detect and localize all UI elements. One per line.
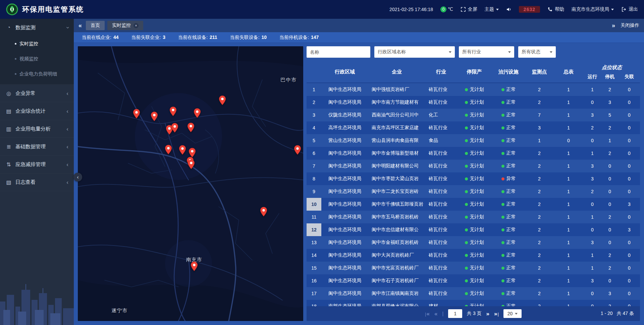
- table-row[interactable]: 3仪陇生态环境局西南油气田分公司川中化工无计划正常71350: [307, 109, 640, 121]
- row-limit-status: 无计划: [457, 83, 492, 96]
- tabs-scroll-left-button[interactable]: «: [78, 22, 82, 29]
- row-index: 5: [307, 134, 321, 147]
- map-pin-icon[interactable]: [151, 111, 158, 121]
- tab-item-1[interactable]: 实时监控×: [107, 21, 143, 30]
- name-filter-input[interactable]: [307, 46, 370, 58]
- sidebar-item-0-1[interactable]: 视频监控: [0, 51, 74, 66]
- table-row[interactable]: 6阆中生态环境局阆中市金博瑞新型墙材砖瓦行业无计划正常21120: [307, 147, 640, 160]
- map-pin-icon[interactable]: [165, 145, 172, 155]
- table-row[interactable]: 13阆中生态环境局阆中市金福旺页岩机砖砖瓦行业无计划正常21300: [307, 236, 640, 249]
- map-pin-icon[interactable]: [194, 108, 201, 118]
- row-monitor-points: 2: [525, 249, 553, 262]
- table-row[interactable]: 18南部生态环境局南部县双峰水泥有限公建材无计划正常21020: [307, 300, 640, 306]
- pagination-page-input[interactable]: 1: [448, 309, 462, 318]
- chevron-left-icon: ‹: [66, 108, 68, 114]
- table-row[interactable]: 15阆中生态环境局阆中市光富页岩机砖厂砖瓦行业无计划正常21120: [307, 262, 640, 274]
- map-pin-icon[interactable]: [187, 159, 195, 169]
- table-row[interactable]: 9阆中生态环境局阆中市二龙长宝页岩砖砖瓦行业无计划正常21200: [307, 185, 640, 198]
- pagination-prev-button[interactable]: «: [434, 311, 437, 317]
- sidebar-section-header-3[interactable]: ▥企业用电量分析‹: [0, 120, 74, 138]
- table-row[interactable]: 8阆中生态环境局阆中市枣碧大梁山页岩砖瓦行业无计划异常21300: [307, 172, 640, 185]
- sidebar-section-header-4[interactable]: ≣基础数据管理‹: [0, 138, 74, 155]
- status-filter-select[interactable]: 所有状态: [518, 46, 556, 58]
- help-label: 帮助: [555, 6, 564, 12]
- stat-value: 147: [311, 35, 319, 41]
- row-total-meter: 1: [553, 262, 584, 274]
- map-pin-icon[interactable]: [179, 145, 186, 155]
- sidebar-item-0-2[interactable]: 企业电力负荷明细: [0, 66, 74, 82]
- table-row[interactable]: 12阆中生态环境局阆中市忠信建材有限公砖瓦行业无计划正常21003: [307, 223, 640, 236]
- sidebar-section-header-5[interactable]: ⇅应急减排管理‹: [0, 156, 74, 173]
- map-pin-icon[interactable]: [260, 207, 267, 217]
- sidebar-section-5: ⇅应急减排管理‹: [0, 156, 74, 173]
- row-stop-count: 2: [601, 262, 619, 274]
- table-row[interactable]: 10阆中生态环境局阆中市千佛镇五郎垭页岩砖瓦行业无计划正常21003: [307, 198, 640, 211]
- pagination-first-button[interactable]: «: [425, 311, 430, 317]
- row-monitor-points: 2: [525, 172, 553, 185]
- row-region: 阆中生态环境局: [321, 160, 368, 172]
- table-row[interactable]: 11阆中生态环境局阆中市五马桥页岩机砖砖瓦行业无计划正常21120: [307, 211, 640, 223]
- map-pin-icon[interactable]: [294, 145, 301, 155]
- close-operations-button[interactable]: 关闭操作: [621, 22, 639, 29]
- row-facility-status: 正常: [492, 223, 525, 236]
- table-row[interactable]: 7阆中生态环境局阆中明阳建材有限公司砖瓦行业无计划正常21300: [307, 160, 640, 172]
- app-logo-icon: [6, 3, 18, 15]
- org-dropdown[interactable]: 南充市生态环境局: [572, 6, 614, 12]
- logout-label: 退出: [629, 6, 638, 12]
- table-row[interactable]: 16阆中生态环境局阆中市石子页岩机砖厂砖瓦行业无计划正常21300: [307, 274, 640, 287]
- row-industry: 砖瓦行业: [425, 211, 457, 223]
- row-industry: 砖瓦行业: [425, 121, 457, 134]
- row-index: 8: [307, 172, 321, 185]
- logout-button[interactable]: 退出: [621, 6, 638, 12]
- row-industry: 砖瓦行业: [425, 274, 457, 287]
- theme-dropdown[interactable]: 主题: [485, 6, 499, 12]
- industry-filter-select[interactable]: 所有行业: [459, 46, 514, 58]
- tab-close-icon[interactable]: ×: [133, 23, 139, 28]
- sidebar-section-header-6[interactable]: ▧日志查看‹: [0, 173, 74, 191]
- chevron-down-icon: [508, 51, 511, 53]
- map-pin-icon[interactable]: [169, 106, 177, 116]
- pagination-next-button[interactable]: »: [486, 311, 489, 317]
- row-run-count: 0: [584, 223, 601, 236]
- table-row[interactable]: 1阆中生态环境局阆中强锐页岩砖厂砖瓦行业无计划正常21120: [307, 83, 640, 96]
- table-row[interactable]: 2阆中生态环境局阆中市南方节能建材有砖瓦行业无计划正常21030: [307, 96, 640, 109]
- row-lost-count: 3: [619, 223, 640, 236]
- sidebar-section-header-1[interactable]: ◎企业异常‹: [0, 85, 74, 102]
- status-filter-value: 所有状态: [522, 49, 540, 55]
- page-size-select[interactable]: 20: [503, 309, 522, 318]
- map-pin-icon[interactable]: [191, 261, 198, 271]
- tab-item-0[interactable]: 首页: [86, 21, 105, 30]
- row-enterprise: 阆中市南方节能建材有: [368, 96, 425, 109]
- map-pin-icon[interactable]: [171, 123, 178, 133]
- map-pin-icon[interactable]: [133, 109, 140, 119]
- region-filter-select[interactable]: 行政区域名称: [374, 46, 455, 58]
- sidebar-section-0: ◔数据监测‹实时监控视频监控企业电力负荷明细: [0, 19, 74, 85]
- sidebar-section-header-0[interactable]: ◔数据监测‹: [0, 19, 74, 36]
- announcement-button[interactable]: [506, 7, 512, 12]
- map-pin-icon[interactable]: [189, 148, 196, 158]
- table-row[interactable]: 4高坪生态环境局南充市高坪区王家店建砖瓦行业无计划正常31220: [307, 121, 640, 134]
- sidebar-section-header-2[interactable]: ▤企业综合统计‹: [0, 102, 74, 120]
- map-collapse-button[interactable]: ‹: [73, 173, 82, 181]
- alert-count-badge[interactable]: 2632: [519, 6, 540, 13]
- pagination-last-button[interactable]: »: [494, 311, 499, 317]
- map-pin-icon[interactable]: [219, 95, 226, 105]
- row-run-count: 3: [584, 109, 601, 121]
- map-pin-icon[interactable]: [187, 122, 195, 132]
- column-header-region: 行政区域: [321, 61, 368, 83]
- map-panel[interactable]: 巴中市南充市遂宁市 ‹: [78, 46, 303, 321]
- sidebar-item-0-0[interactable]: 实时监控: [0, 36, 74, 51]
- table-row[interactable]: 17阆中生态环境局阆中市江南镇阆南页岩砖瓦行业无计划正常21030: [307, 287, 640, 300]
- map-canvas[interactable]: 巴中市南充市遂宁市: [78, 46, 303, 321]
- fullscreen-button[interactable]: 全屏: [461, 6, 477, 12]
- row-facility-status: 正常: [492, 274, 525, 287]
- sidebar: ◔数据监测‹实时监控视频监控企业电力负荷明细◎企业异常‹▤企业综合统计‹▥企业用…: [0, 19, 74, 325]
- tabs-scroll-right-button[interactable]: »: [612, 22, 615, 29]
- row-lost-count: 0: [619, 262, 640, 274]
- help-button[interactable]: 帮助: [547, 6, 564, 12]
- bar-chart-icon: ▥: [5, 126, 12, 132]
- sidebar-item-label: 企业电力负荷明细: [19, 71, 57, 77]
- table-row[interactable]: 5营山生态环境局营山县润丰肉食品有限食品无计划正常10010: [307, 134, 640, 147]
- table-row[interactable]: 14阆中生态环境局阆中大兴页岩机砖厂砖瓦行业无计划正常21120: [307, 249, 640, 262]
- row-run-count: 3: [584, 160, 601, 172]
